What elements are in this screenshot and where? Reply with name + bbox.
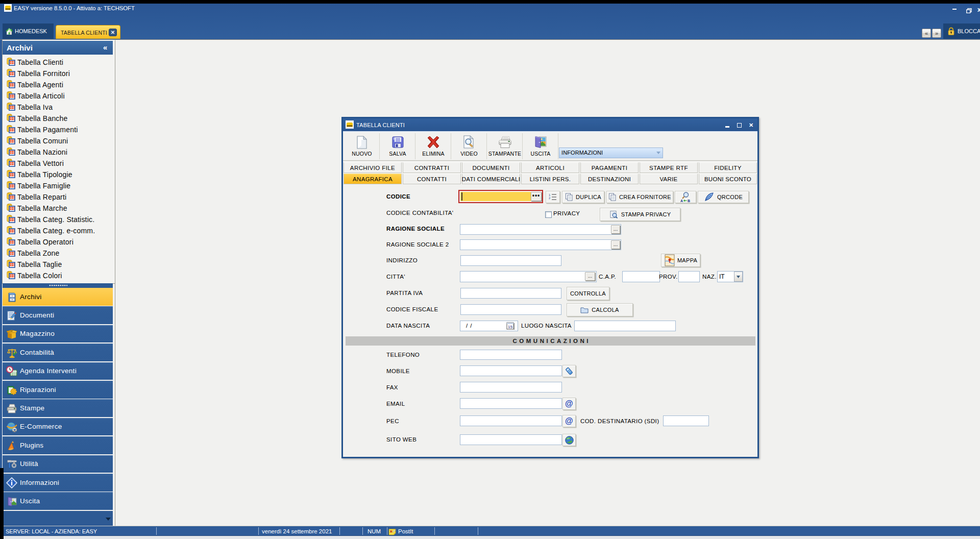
svg-text:15: 15: [508, 325, 512, 329]
svg-text:2: 2: [549, 197, 551, 200]
svg-text:A: A: [680, 199, 683, 203]
svg-text:B: B: [688, 199, 690, 203]
